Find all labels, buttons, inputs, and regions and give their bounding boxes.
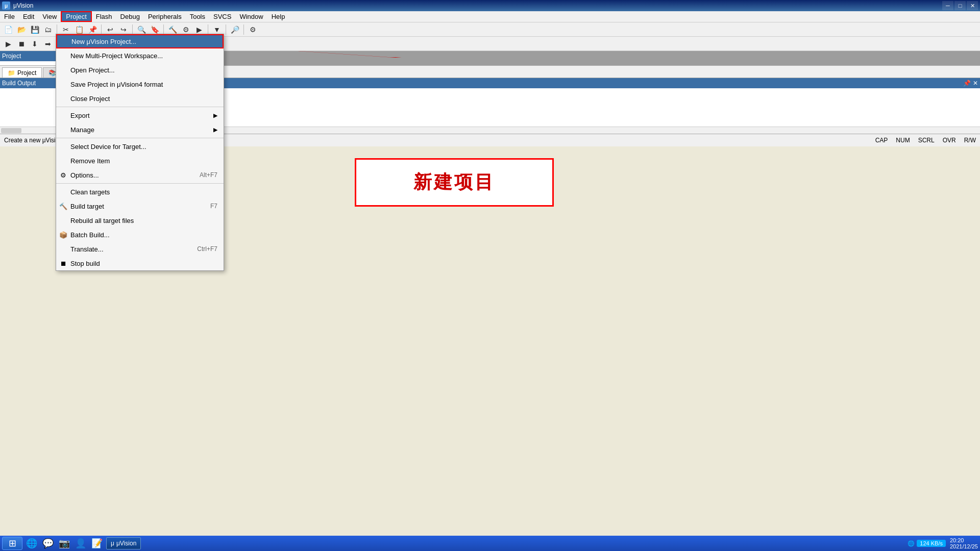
taskbar-left: ⊞ 🌐 💬 📷 👤 📝 μ μVision xyxy=(2,536,141,550)
tb-open[interactable]: 📂 xyxy=(15,23,28,36)
window-controls: ─ □ ✕ xyxy=(942,1,978,10)
build-target-icon: 🔨 xyxy=(58,203,68,210)
network-speed: 124 KB/s xyxy=(917,540,946,547)
chinese-annotation-box: 新建项目 xyxy=(355,158,554,207)
build-output-controls: 📌 ✕ xyxy=(963,80,978,87)
maximize-button[interactable]: □ xyxy=(954,1,966,10)
clock: 20:20 2021/12/25 xyxy=(950,537,978,549)
toolbar-sep-4 xyxy=(163,24,164,35)
manage-submenu-arrow: ▶ xyxy=(213,127,217,133)
taskbar-icon-notepad[interactable]: 📝 xyxy=(90,536,104,550)
close-project-label: Close Project xyxy=(70,95,110,103)
scrollbar-thumb[interactable] xyxy=(1,128,21,133)
status-scrl: SCRL xyxy=(918,137,935,144)
taskbar-active-app[interactable]: μ μVision xyxy=(106,537,141,549)
tb2-step-into[interactable]: ⬇ xyxy=(29,38,41,50)
menu-stop-build[interactable]: ⏹ Stop build xyxy=(56,256,224,270)
batch-build-icon: 📦 xyxy=(58,231,68,239)
save-project-label: Save Project in μVision4 format xyxy=(70,81,163,88)
clean-targets-label: Clean targets xyxy=(70,188,110,196)
tb-save[interactable]: 💾 xyxy=(29,23,41,36)
editor-area: 新建项目 xyxy=(197,51,980,65)
menu-svcs[interactable]: SVCS xyxy=(209,11,235,22)
stop-build-icon: ⏹ xyxy=(58,260,68,267)
start-button[interactable]: ⊞ xyxy=(2,537,22,550)
menu-flash[interactable]: Flash xyxy=(92,11,116,22)
taskbar-app-icon: μ xyxy=(111,540,114,547)
new-project-label: New μVision Project... xyxy=(71,38,136,45)
taskbar: ⊞ 🌐 💬 📷 👤 📝 μ μVision 🌐 124 KB/s 20:20 2… xyxy=(0,536,980,551)
build-target-shortcut: F7 xyxy=(210,203,217,210)
menu-remove-item[interactable]: Remove Item xyxy=(56,154,224,168)
status-ovr: OVR xyxy=(943,137,956,144)
window-title: μVision xyxy=(13,2,33,9)
open-project-label: Open Project... xyxy=(70,66,115,74)
build-output-close-icon[interactable]: ✕ xyxy=(973,80,978,87)
dropdown-sep-1 xyxy=(56,107,224,107)
menu-manage[interactable]: Manage ▶ xyxy=(56,122,224,137)
menu-debug[interactable]: Debug xyxy=(116,11,144,22)
select-device-label: Select Device for Target... xyxy=(70,143,146,151)
toolbar-sep-6 xyxy=(226,24,226,35)
menu-edit[interactable]: Edit xyxy=(19,11,38,22)
menu-select-device[interactable]: Select Device for Target... xyxy=(56,139,224,154)
options-shortcut: Alt+F7 xyxy=(200,171,217,179)
remove-item-label: Remove Item xyxy=(70,157,110,165)
status-right: CAP NUM SCRL OVR R/W xyxy=(875,137,976,144)
menu-close-project[interactable]: Close Project xyxy=(56,91,224,106)
menu-rebuild-all[interactable]: Rebuild all target files xyxy=(56,213,224,228)
options-icon: ⚙ xyxy=(58,171,68,179)
project-dropdown-menu: New μVision Project... New Multi-Project… xyxy=(56,34,224,271)
title-bar-left: μ μVision xyxy=(2,2,33,10)
tab-project[interactable]: 📁 Project xyxy=(2,67,42,78)
minimize-button[interactable]: ─ xyxy=(942,1,953,10)
menu-project[interactable]: Project xyxy=(61,11,91,22)
build-output-pin-icon[interactable]: 📌 xyxy=(963,80,971,87)
taskbar-icon-chat[interactable]: 💬 xyxy=(41,536,55,550)
menu-bar: File Edit View Project Flash Debug Perip… xyxy=(0,11,980,22)
tb2-debug-start[interactable]: ▶ xyxy=(2,38,14,50)
menu-file[interactable]: File xyxy=(0,11,19,22)
build-output-title: Build Output xyxy=(2,80,36,87)
toolbar-sep-3 xyxy=(132,24,133,35)
menu-save-project[interactable]: Save Project in μVision4 format xyxy=(56,77,224,91)
taskbar-icon-camera[interactable]: 📷 xyxy=(57,536,71,550)
menu-open-project[interactable]: Open Project... xyxy=(56,63,224,77)
menu-peripherals[interactable]: Peripherals xyxy=(144,11,186,22)
menu-translate[interactable]: Translate... Ctrl+F7 xyxy=(56,242,224,256)
menu-options[interactable]: ⚙ Options... Alt+F7 xyxy=(56,168,224,182)
menu-build-target[interactable]: 🔨 Build target F7 xyxy=(56,199,224,213)
new-workspace-label: New Multi-Project Workspace... xyxy=(70,52,163,60)
close-button[interactable]: ✕ xyxy=(967,1,978,10)
export-submenu-arrow: ▶ xyxy=(213,112,217,119)
menu-tools[interactable]: Tools xyxy=(186,11,209,22)
menu-clean-targets[interactable]: Clean targets xyxy=(56,185,224,199)
network-icon: 🌐 xyxy=(908,540,915,547)
tb2-step-over[interactable]: ➡ xyxy=(42,38,54,50)
menu-batch-build[interactable]: 📦 Batch Build... xyxy=(56,228,224,242)
tb-new[interactable]: 📄 xyxy=(2,23,14,36)
options-label: Options... xyxy=(70,171,99,179)
batch-build-label: Batch Build... xyxy=(70,231,110,239)
toolbar-sep-5 xyxy=(208,24,208,35)
toolbar-sep-1 xyxy=(57,24,57,35)
menu-window[interactable]: Window xyxy=(235,11,267,22)
tb2-debug-stop[interactable]: ⏹ xyxy=(15,38,28,50)
stop-build-label: Stop build xyxy=(70,260,100,267)
status-rw: R/W xyxy=(964,137,976,144)
menu-help[interactable]: Help xyxy=(267,11,289,22)
dropdown-sep-2 xyxy=(56,138,224,138)
taskbar-icon-ie[interactable]: 🌐 xyxy=(24,536,39,550)
toolbar-sep-2 xyxy=(101,24,102,35)
menu-view[interactable]: View xyxy=(38,11,61,22)
taskbar-icon-user[interactable]: 👤 xyxy=(74,536,88,550)
menu-new-project[interactable]: New μVision Project... xyxy=(56,34,224,48)
tb-settings[interactable]: ⚙ xyxy=(247,23,259,36)
svg-marker-1 xyxy=(389,57,402,58)
tb-zoom[interactable]: 🔎 xyxy=(229,23,241,36)
rebuild-all-label: Rebuild all target files xyxy=(70,217,134,224)
tb-saveall[interactable]: 🗂 xyxy=(42,23,54,36)
menu-new-multiproject-workspace[interactable]: New Multi-Project Workspace... xyxy=(56,48,224,63)
menu-export[interactable]: Export ▶ xyxy=(56,108,224,122)
tab-project-icon: 📁 xyxy=(8,69,15,77)
